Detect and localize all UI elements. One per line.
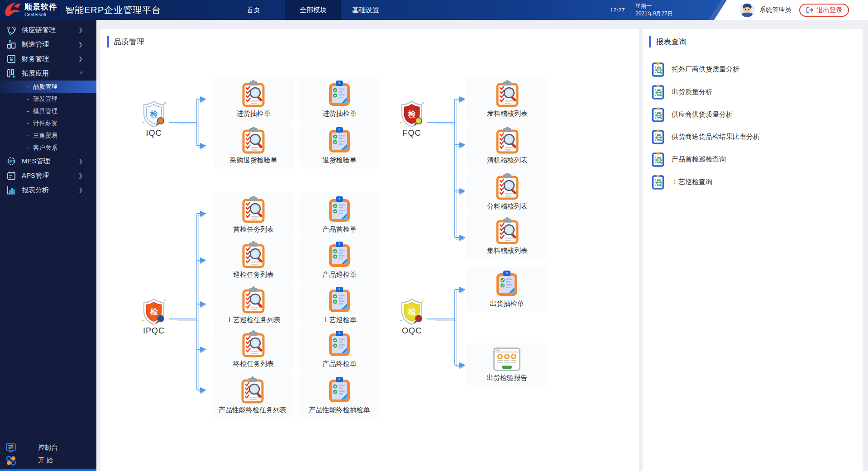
- sidebar-item-aps[interactable]: APS管理❯: [0, 168, 96, 183]
- sidebar-menu: 供应链管理❯制造管理❯¥财务管理❯拓展应用˅−品质管理−研发管理−模具管理−计件…: [0, 20, 96, 197]
- subitem-dash: −: [26, 145, 29, 151]
- svg-text:✦: ✦: [400, 319, 403, 323]
- header-date-block: 星期一 2021年9月27日: [635, 2, 673, 18]
- nav-item-home[interactable]: 首页: [233, 0, 274, 20]
- sidebar-subitem-customer[interactable]: −客户关系: [0, 142, 96, 154]
- flow-node-report[interactable]: 出货检验报告: [466, 343, 548, 386]
- sidebar-subitem-mold[interactable]: −模具管理: [0, 105, 96, 117]
- flow-node-form[interactable]: 产品巡检单: [299, 238, 380, 283]
- header-date: 2021年9月27日: [635, 10, 673, 18]
- report-item-label: 供货商送货品检结果比率分析: [672, 133, 760, 141]
- flow-node-tasklist[interactable]: 采购退货检验单: [213, 123, 294, 169]
- flow-node-form[interactable]: 工艺巡检单: [299, 283, 380, 328]
- flow-node-form[interactable]: 产品终检单: [299, 327, 380, 372]
- nav-item-all-modules[interactable]: 全部模块: [285, 0, 341, 20]
- inspection-tasklist-icon: [241, 330, 266, 357]
- report-clipboard-icon: [652, 62, 664, 77]
- sidebar-item-label: 拓展应用: [22, 69, 80, 78]
- oqc-shield-icon: 检 ✕ ✦: [397, 298, 426, 326]
- nav-item-basic-settings[interactable]: 基础设置: [341, 0, 391, 20]
- sidebar-footer-start[interactable]: 开 始: [0, 454, 96, 466]
- report-query-item-3[interactable]: 供应商供货质量分析: [652, 107, 733, 122]
- flow-shield-iqc[interactable]: 检 ✕ ✦ IQC: [131, 100, 176, 138]
- inspection-tasklist-icon: [495, 217, 520, 244]
- svg-text:✕: ✕: [421, 101, 424, 105]
- sidebar-footer-console[interactable]: 控制台: [0, 441, 96, 454]
- report-query-item-5[interactable]: 产品首检巡检查询: [652, 152, 726, 167]
- subitem-dash: −: [26, 84, 29, 90]
- flow-node-form[interactable]: 出货抽检单: [466, 266, 548, 312]
- sidebar-item-label: 制造管理: [22, 40, 78, 49]
- flow-node-tasklist[interactable]: 分料稽核列表: [467, 169, 548, 215]
- sidebar-subitem-rnd[interactable]: −研发管理: [0, 93, 96, 105]
- fqc-shield-icon: 检 ✕ ✦: [397, 100, 426, 128]
- flow-node-label: 巡检任务列表: [233, 271, 274, 279]
- chevron-down-icon: ˅: [80, 70, 83, 76]
- report-query-item-6[interactable]: 工艺巡检查询: [652, 174, 712, 190]
- shield-label: OQC: [402, 326, 422, 336]
- inspection-tasklist-icon: [241, 127, 266, 154]
- sidebar-subitem-label: 客户关系: [33, 144, 57, 152]
- flow-node-tasklist[interactable]: 巡检任务列表: [213, 238, 294, 283]
- flow-node-form[interactable]: 产品性能终检抽检单: [299, 373, 380, 419]
- manufacturing-icon: [6, 39, 16, 49]
- flow-node-tasklist[interactable]: 工艺巡检任务列表: [213, 283, 294, 328]
- flow-node-tasklist[interactable]: 产品性能终检任务列表: [212, 373, 293, 419]
- shield-label: FQC: [403, 128, 421, 138]
- report-query-item-2[interactable]: 出货质量分析: [652, 84, 712, 100]
- sidebar-item-mes[interactable]: MESMES管理❯: [0, 154, 96, 168]
- ipqc-shield-icon: 检 ✕ ✦: [139, 298, 168, 326]
- flow-node-label: 分料稽核列表: [487, 202, 528, 211]
- flow-shield-ipqc[interactable]: 检 ✕ ✦ IPQC: [131, 298, 176, 336]
- inspection-form-icon: [327, 330, 352, 357]
- aps-icon: [6, 171, 16, 181]
- logo-title: 顺景软件: [24, 3, 57, 11]
- title-accent-bar: [107, 36, 109, 48]
- inspection-report-icon: [493, 347, 520, 371]
- flow-node-label: 产品首检单: [323, 225, 357, 234]
- flow-node-tasklist[interactable]: 发料稽核列表: [467, 76, 548, 122]
- flow-shield-oqc[interactable]: 检 ✕ ✦ OQC: [389, 298, 434, 336]
- svg-text:✦: ✦: [142, 121, 145, 125]
- sidebar-subitem-piece-wage[interactable]: −计件薪资: [0, 117, 96, 129]
- flow-node-tasklist[interactable]: 进货抽检单: [213, 76, 294, 122]
- flow-node-label: 集料稽核列表: [487, 247, 528, 255]
- sidebar-item-manufacturing[interactable]: 制造管理❯: [0, 37, 96, 52]
- sidebar-subitem-triangle-trade[interactable]: −三角贸易: [0, 129, 96, 142]
- flow-node-tasklist[interactable]: 首检任务列表: [213, 192, 294, 238]
- finance-icon: ¥: [6, 54, 16, 64]
- flow-node-form[interactable]: 产品首检单: [299, 192, 380, 238]
- chevron-right-icon: ❯: [78, 56, 83, 62]
- logout-button[interactable]: 退出登录: [799, 4, 849, 17]
- start-icon: [5, 455, 16, 466]
- report-panel-title: 报表查询: [656, 37, 687, 47]
- flow-shield-fqc[interactable]: 检 ✕ ✦ FQC: [389, 100, 434, 138]
- sidebar-item-finance[interactable]: ¥财务管理❯: [0, 52, 96, 66]
- inspection-tasklist-icon: [241, 286, 266, 314]
- extensions-icon: [6, 68, 16, 78]
- flow-node-label: 产品终检单: [323, 360, 357, 368]
- flow-node-tasklist[interactable]: 集料稽核列表: [467, 214, 548, 259]
- subitem-dash: −: [26, 108, 29, 114]
- report-query-item-1[interactable]: 托外厂商供货质量分析: [652, 62, 739, 77]
- chevron-right-icon: ❯: [78, 158, 83, 164]
- flow-node-tasklist[interactable]: 清机稽核列表: [467, 123, 548, 169]
- report-item-label: 产品首检巡检查询: [672, 155, 726, 164]
- chevron-right-icon: ❯: [78, 41, 83, 48]
- svg-text:检: 检: [150, 308, 158, 316]
- flow-node-form[interactable]: 退货检验单: [299, 123, 380, 169]
- flow-node-tasklist[interactable]: 终检任务列表: [213, 327, 294, 372]
- sidebar-item-label: 财务管理: [22, 55, 78, 63]
- chevron-right-icon: ❯: [78, 27, 83, 33]
- inspection-form-icon: [327, 196, 352, 223]
- flow-node-label: 采购退货检验单: [230, 156, 277, 165]
- sidebar-item-supply-chain[interactable]: 供应链管理❯: [0, 23, 96, 37]
- sidebar-subitem-quality[interactable]: −品质管理: [0, 81, 96, 93]
- chevron-right-icon: ❯: [78, 172, 83, 179]
- svg-text:检: 检: [150, 110, 158, 119]
- flow-node-label: 产品性能终检任务列表: [219, 406, 286, 414]
- report-query-item-4[interactable]: 供货商送货品检结果比率分析: [652, 129, 760, 144]
- sidebar-item-report-analysis[interactable]: 报表分析❯: [0, 183, 96, 197]
- sidebar-item-extensions[interactable]: 拓展应用˅: [0, 66, 96, 81]
- flow-node-form[interactable]: 进货抽检单: [299, 76, 380, 122]
